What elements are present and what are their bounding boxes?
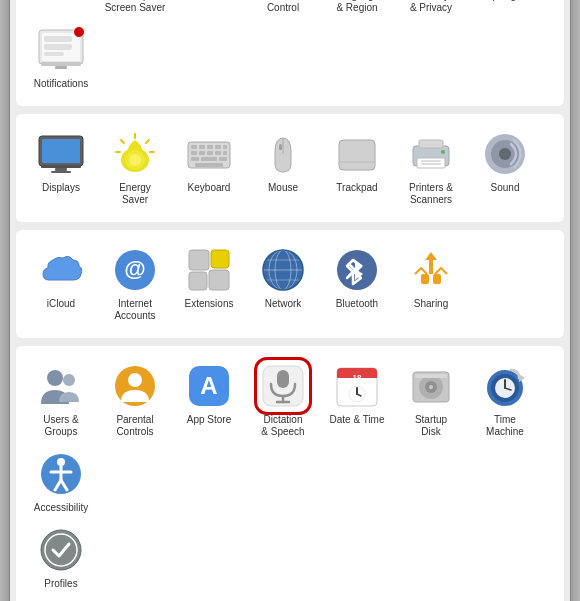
svg-rect-56 [55, 168, 67, 171]
extensions-icon [185, 246, 233, 294]
pref-mission[interactable]: MissionControl [246, 0, 320, 20]
pref-general[interactable]: F General [24, 0, 98, 20]
internet-accounts-icon: @ [111, 246, 159, 294]
svg-rect-77 [191, 157, 199, 161]
svg-rect-89 [421, 163, 441, 165]
parental-icon [111, 362, 159, 410]
pref-datetime[interactable]: 18 Date & Time [320, 356, 394, 444]
personal-grid: F General [24, 0, 556, 96]
dock-label: Dock [198, 0, 221, 2]
svg-point-117 [128, 373, 142, 387]
network-label: Network [265, 298, 302, 310]
users-label: Users &Groups [43, 414, 79, 438]
pref-keyboard[interactable]: Keyboard [172, 124, 246, 212]
network-icon [259, 246, 307, 294]
bluetooth-icon [333, 246, 381, 294]
mouse-icon [259, 130, 307, 178]
extensions-label: Extensions [185, 298, 234, 310]
svg-rect-80 [195, 163, 223, 167]
pref-sound[interactable]: Sound [468, 124, 542, 212]
icloud-icon [37, 246, 85, 294]
pref-network[interactable]: Network [246, 240, 320, 328]
pref-dictation[interactable]: Dictation& Speech [246, 356, 320, 444]
pref-appstore[interactable]: A App Store [172, 356, 246, 444]
svg-rect-112 [421, 274, 429, 284]
svg-rect-55 [41, 165, 81, 168]
svg-text:@: @ [124, 256, 145, 281]
svg-rect-52 [55, 66, 67, 69]
pref-timemachine[interactable]: TimeMachine [468, 356, 542, 444]
sharing-icon [407, 246, 455, 294]
svg-point-114 [47, 370, 63, 386]
section-internet: iCloud @ InternetAccounts [16, 230, 564, 338]
parental-label: ParentalControls [116, 414, 153, 438]
content-area: F General [10, 0, 570, 601]
svg-rect-76 [223, 151, 227, 155]
svg-rect-82 [279, 144, 282, 150]
svg-text:A: A [200, 372, 217, 399]
pref-users[interactable]: Users &Groups [24, 356, 98, 444]
svg-rect-49 [44, 44, 72, 50]
timemachine-label: TimeMachine [486, 414, 524, 438]
pref-security[interactable]: Security& Privacy [394, 0, 468, 20]
datetime-icon: 18 [333, 362, 381, 410]
svg-rect-48 [44, 36, 72, 42]
svg-point-148 [41, 530, 81, 570]
pref-sharing[interactable]: Sharing [394, 240, 468, 328]
pref-internet-accounts[interactable]: @ InternetAccounts [98, 240, 172, 328]
svg-rect-113 [433, 274, 441, 284]
svg-rect-121 [277, 370, 289, 388]
displays-label: Displays [42, 182, 80, 194]
pref-energy[interactable]: EnergySaver [98, 124, 172, 212]
pref-spotlight[interactable]: Spotlight [468, 0, 542, 20]
spotlight-label: Spotlight [486, 0, 525, 2]
svg-point-134 [429, 385, 433, 389]
pref-dock[interactable]: Dock [172, 0, 246, 20]
pref-mouse[interactable]: Mouse [246, 124, 320, 212]
section-hardware: Displays [16, 114, 564, 222]
svg-rect-69 [207, 145, 213, 149]
svg-rect-79 [219, 157, 227, 161]
sound-icon [481, 130, 529, 178]
svg-rect-99 [209, 270, 229, 290]
internet-accounts-label: InternetAccounts [114, 298, 155, 322]
pref-profiles[interactable]: Profiles [24, 520, 98, 596]
general-label: General [43, 0, 79, 2]
svg-rect-97 [211, 250, 229, 268]
svg-rect-57 [51, 171, 71, 173]
language-label: Language& Region [335, 0, 380, 14]
accessibility-icon [37, 450, 85, 498]
security-label: Security& Privacy [410, 0, 452, 14]
pref-parental[interactable]: ParentalControls [98, 356, 172, 444]
pref-extensions[interactable]: Extensions [172, 240, 246, 328]
pref-printers[interactable]: Printers &Scanners [394, 124, 468, 212]
svg-marker-111 [425, 252, 437, 274]
internet-grid: iCloud @ InternetAccounts [24, 240, 556, 328]
svg-rect-88 [421, 160, 441, 162]
system-grid: Users &Groups ParentalControls [24, 356, 556, 520]
pref-notifications[interactable]: Notifications [24, 20, 98, 96]
dictation-icon [259, 362, 307, 410]
pref-language[interactable]: Language& Region [320, 0, 394, 20]
svg-rect-71 [223, 145, 227, 149]
trackpad-label: Trackpad [336, 182, 377, 194]
pref-displays[interactable]: Displays [24, 124, 98, 212]
icloud-label: iCloud [47, 298, 75, 310]
pref-trackpad[interactable]: Trackpad [320, 124, 394, 212]
pref-accessibility[interactable]: Accessibility [24, 444, 98, 520]
sound-label: Sound [491, 182, 520, 194]
svg-rect-50 [44, 52, 64, 56]
svg-rect-72 [191, 151, 197, 155]
pref-startup[interactable]: StartupDisk [394, 356, 468, 444]
svg-rect-68 [199, 145, 205, 149]
desktop-label: Desktop &Screen Saver [105, 0, 166, 14]
pref-bluetooth[interactable]: Bluetooth [320, 240, 394, 328]
bluetooth-label: Bluetooth [336, 298, 378, 310]
sharing-label: Sharing [414, 298, 448, 310]
pref-desktop[interactable]: Desktop &Screen Saver [98, 0, 172, 20]
notifications-badge [73, 26, 85, 38]
pref-icloud[interactable]: iCloud [24, 240, 98, 328]
profiles-icon [37, 526, 85, 574]
appstore-label: App Store [187, 414, 231, 426]
startup-icon [407, 362, 455, 410]
